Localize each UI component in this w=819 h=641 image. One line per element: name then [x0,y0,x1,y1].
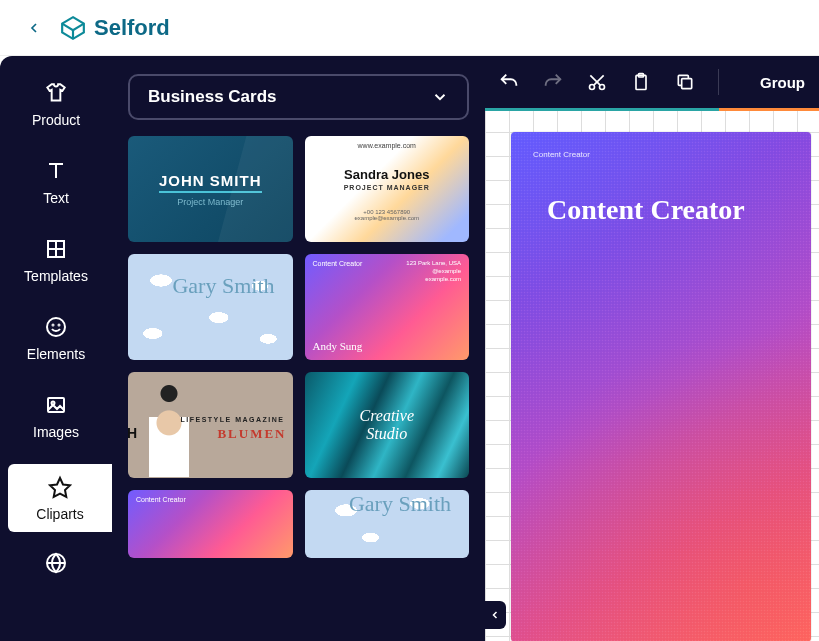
card-name: Andy Sung [313,340,363,352]
svg-point-7 [59,325,60,326]
left-nav: Product Text Templates Elements Images [0,56,112,641]
svg-point-13 [590,85,595,90]
chevron-left-icon [26,20,42,36]
card-role: PROJECT MANAGER [344,184,430,191]
person-photo [134,382,204,478]
image-icon [43,392,69,418]
nav-templates[interactable]: Templates [0,230,112,290]
card-brand: BLUMEN [217,426,286,442]
smile-icon [43,314,69,340]
template-card[interactable]: Content Creator [128,490,293,558]
svg-point-14 [600,85,605,90]
back-button[interactable] [20,14,48,42]
nav-images[interactable]: Images [0,386,112,446]
paste-button[interactable] [630,71,652,93]
nav-label: Elements [27,346,85,362]
copy-button[interactable] [674,71,696,93]
template-card[interactable]: Content Creator 123 Park Lane, USA @exam… [305,254,470,360]
text-icon [43,158,69,184]
template-card[interactable]: JOHN SMITH Project Manager [128,136,293,242]
canvas-viewport[interactable]: Content Creator Content Creator [485,108,819,641]
nav-label: Text [43,190,69,206]
card-contact: 123 Park Lane, USA @example example.com [406,260,461,283]
canvas-area: Group Content Creator Content Creator [485,56,819,641]
templates-panel: Business Cards JOHN SMITH Project Manage… [112,56,485,641]
card-name: Sandra Jones [344,167,429,182]
nav-label: Product [32,112,80,128]
template-card[interactable]: H LIFESTYLE MAGAZINE BLUMEN [128,372,293,478]
dropdown-label: Business Cards [148,87,277,107]
grid-icon [43,236,69,262]
brand-name: Selford [94,15,170,41]
panel-collapse-handle[interactable] [485,601,506,629]
template-card[interactable]: www.example.com Sandra Jones PROJECT MAN… [305,136,470,242]
nav-label: Templates [24,268,88,284]
group-button[interactable]: Group [760,74,805,91]
template-card[interactable]: Gary Smith [305,490,470,558]
nav-text[interactable]: Text [0,152,112,212]
card-magazine: LIFESTYLE MAGAZINE [181,416,285,423]
category-dropdown[interactable]: Business Cards [128,74,469,120]
svg-marker-10 [50,478,70,497]
app-header: Selford [0,0,819,56]
card-stripe: H [128,425,142,441]
nav-cliparts[interactable]: Cliparts [8,464,112,532]
card-name: JOHN SMITH [159,172,262,193]
tshirt-icon [43,80,69,106]
logo-icon [60,15,86,41]
svg-point-6 [53,325,54,326]
nav-product[interactable]: Product [0,74,112,134]
chevron-left-icon [489,609,501,621]
template-card[interactable]: Gary Smith [128,254,293,360]
undo-button[interactable] [498,71,520,93]
svg-rect-8 [48,398,64,412]
card-name: Gary Smith [349,494,451,514]
cut-button[interactable] [586,71,608,93]
chevron-down-icon [431,88,449,106]
brand-logo[interactable]: Selford [60,15,170,41]
nav-elements[interactable]: Elements [0,308,112,368]
template-grid: JOHN SMITH Project Manager www.example.c… [128,136,469,558]
redo-button[interactable] [542,71,564,93]
svg-point-5 [47,318,65,336]
card-title: Creative Studio [360,407,415,442]
svg-rect-19 [682,79,692,89]
card-title: Content Creator [136,496,186,503]
nav-label: Images [33,424,79,440]
toolbar-separator [718,69,719,95]
card-name: Gary Smith [172,276,274,296]
card-site: www.example.com [358,142,416,149]
star-icon [47,474,73,500]
card-email: example@example.com [355,215,419,221]
design-title[interactable]: Content Creator [511,132,811,226]
canvas-toolbar: Group [484,56,819,108]
nav-more[interactable] [0,550,112,582]
card-role: Project Manager [177,197,243,207]
globe-icon [43,550,69,576]
design-artboard[interactable]: Content Creator Content Creator [511,132,811,641]
template-card[interactable]: Creative Studio [305,372,470,478]
nav-label: Cliparts [36,506,83,522]
card-title: Content Creator [313,260,363,267]
